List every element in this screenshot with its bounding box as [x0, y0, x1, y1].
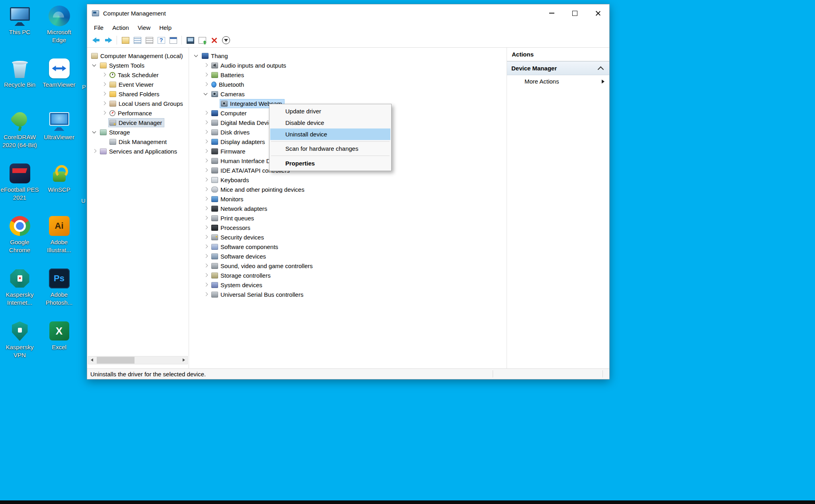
properties-button[interactable] [143, 35, 155, 46]
tree-item-disk-management[interactable]: Disk Management [87, 137, 189, 146]
tree-item-mice-and-other-pointing-devices[interactable]: Mice and other pointing devices [189, 185, 507, 194]
chevron-collapsed-icon[interactable] [202, 282, 211, 288]
chevron-collapsed-icon[interactable] [202, 119, 211, 126]
chevron-collapsed-icon[interactable] [202, 272, 211, 278]
desktop-icon-chrome[interactable]: Google Chrome [0, 215, 39, 267]
scrollbar-track[interactable] [96, 356, 180, 364]
desktop-icon-kaspersky-vpn[interactable]: Kaspersky VPN [0, 320, 39, 372]
chevron-collapsed-icon[interactable] [100, 100, 109, 107]
back-button[interactable] [90, 35, 102, 46]
export-list-button[interactable] [119, 35, 131, 46]
menu-view[interactable]: View [133, 23, 155, 32]
desktop-icon-ultraviewer[interactable]: UltraViewer [39, 110, 79, 162]
tree-item-task-scheduler[interactable]: Task Scheduler [87, 70, 189, 80]
desktop-icon-photoshop[interactable]: Ps Adobe Photosh... [39, 267, 79, 320]
tree-item-bluetooth[interactable]: Bluetooth [189, 80, 507, 89]
tree-item-shared-folders[interactable]: Shared Folders [87, 89, 189, 99]
desktop-icon-kaspersky-internet[interactable]: Kaspersky Internet... [0, 267, 39, 320]
tree-item-local-users-and-groups[interactable]: Local Users and Groups [87, 99, 189, 108]
chevron-collapsed-icon[interactable] [90, 148, 99, 154]
chevron-collapsed-icon[interactable] [202, 253, 211, 259]
chevron-collapsed-icon[interactable] [202, 205, 211, 212]
menu-item-properties[interactable]: Properties [270, 157, 390, 169]
desktop-icon-this-pc[interactable]: This PC [0, 5, 39, 57]
maximize-button[interactable] [563, 4, 586, 22]
tree-item-processors[interactable]: Processors [189, 223, 507, 232]
tree-item-keyboards[interactable]: Keyboards [189, 175, 507, 185]
tree-item-device-manager[interactable]: Device Manager [87, 118, 189, 127]
chevron-collapsed-icon[interactable] [202, 263, 211, 269]
tree-item-network-adapters[interactable]: Network adapters [189, 204, 507, 213]
desktop-icon-excel[interactable]: X Excel [39, 320, 79, 372]
tree-item-services-and-applications[interactable]: Services and Applications [87, 146, 189, 156]
desktop-icon-edge[interactable]: Microsoft Edge [39, 5, 79, 57]
chevron-collapsed-icon[interactable] [202, 215, 211, 221]
chevron-collapsed-icon[interactable] [202, 177, 211, 183]
desktop-icon-pes[interactable]: eFootball PES 2021 [0, 162, 39, 215]
chevron-collapsed-icon[interactable] [202, 167, 211, 173]
left-pane-horizontal-scrollbar[interactable] [88, 356, 188, 364]
scroll-left-button[interactable] [88, 356, 96, 364]
chevron-expanded-icon[interactable] [192, 53, 201, 59]
chevron-collapsed-icon[interactable] [202, 224, 211, 231]
desktop-icon-teamviewer[interactable]: TeamViewer [39, 57, 79, 110]
tree-item-computer-management-local[interactable]: Computer Management (Local) [87, 51, 189, 60]
uninstall-device-button[interactable] [208, 35, 220, 46]
chevron-collapsed-icon[interactable] [202, 186, 211, 193]
chevron-collapsed-icon[interactable] [202, 243, 211, 250]
list-view-button[interactable] [131, 35, 143, 46]
chevron-collapsed-icon[interactable] [202, 62, 211, 68]
chevron-collapsed-icon[interactable] [202, 138, 211, 145]
desktop-icon-recycle-bin[interactable]: Recycle Bin [0, 57, 39, 110]
tree-item-audio-inputs-and-outputs[interactable]: Audio inputs and outputs [189, 60, 507, 70]
update-driver-button[interactable] [196, 35, 208, 46]
desktop-icon-illustrator[interactable]: Ai Adobe Illustrat... [39, 215, 79, 267]
tree-item-monitors[interactable]: Monitors [189, 194, 507, 204]
scan-hardware-button[interactable] [184, 35, 196, 46]
chevron-collapsed-icon[interactable] [100, 110, 109, 116]
menu-item-uninstall-device[interactable]: Uninstall device [270, 128, 390, 140]
menu-item-scan-for-hardware-changes[interactable]: Scan for hardware changes [270, 143, 390, 154]
more-actions-item[interactable]: More Actions [507, 75, 609, 88]
forward-button[interactable] [102, 35, 114, 46]
tree-item-batteries[interactable]: Batteries [189, 70, 507, 80]
chevron-collapsed-icon[interactable] [100, 81, 109, 88]
scroll-right-button[interactable] [180, 356, 187, 364]
tree-item-thang[interactable]: Thang [189, 51, 507, 60]
desktop-icon-winscp[interactable]: WinSCP [39, 162, 79, 215]
tree-item-cameras[interactable]: Cameras [189, 89, 507, 99]
menu-action[interactable]: Action [108, 23, 133, 32]
tree-item-sound-video-and-game-controllers[interactable]: Sound, video and game controllers [189, 261, 507, 270]
menu-item-disable-device[interactable]: Disable device [270, 117, 390, 128]
chevron-collapsed-icon[interactable] [202, 196, 211, 202]
chevron-collapsed-icon[interactable] [100, 72, 109, 78]
disable-device-button[interactable] [220, 35, 232, 46]
tree-item-software-devices[interactable]: Software devices [189, 251, 507, 261]
tree-item-storage[interactable]: Storage [87, 127, 189, 137]
menu-help[interactable]: Help [155, 23, 176, 32]
chevron-expanded-icon[interactable] [90, 129, 99, 135]
menu-item-update-driver[interactable]: Update driver [270, 105, 390, 117]
chevron-collapsed-icon[interactable] [202, 291, 211, 298]
chevron-collapsed-icon[interactable] [202, 158, 211, 164]
minimize-button[interactable] [540, 4, 563, 22]
tree-item-software-components[interactable]: Software components [189, 242, 507, 251]
titlebar[interactable]: Computer Management [87, 4, 609, 22]
tree-item-performance[interactable]: Performance [87, 108, 189, 118]
menu-file[interactable]: File [90, 23, 108, 32]
chevron-collapsed-icon[interactable] [202, 234, 211, 240]
actions-section-device-manager[interactable]: Device Manager [507, 61, 609, 75]
tree-item-print-queues[interactable]: Print queues [189, 213, 507, 223]
scrollbar-thumb[interactable] [97, 357, 135, 364]
chevron-collapsed-icon[interactable] [202, 129, 211, 135]
tree-item-event-viewer[interactable]: Event Viewer [87, 80, 189, 89]
close-button[interactable] [586, 4, 609, 22]
chevron-collapsed-icon[interactable] [202, 72, 211, 78]
chevron-expanded-icon[interactable] [90, 62, 99, 68]
chevron-expanded-icon[interactable] [202, 91, 211, 97]
tree-item-security-devices[interactable]: Security devices [189, 232, 507, 242]
chevron-collapsed-icon[interactable] [202, 148, 211, 154]
desktop-icon-coreldraw[interactable]: CorelDRAW 2020 (64-Bit) [0, 110, 39, 162]
tree-item-universal-serial-bus-controllers[interactable]: Universal Serial Bus controllers [189, 290, 507, 299]
chevron-collapsed-icon[interactable] [202, 110, 211, 116]
